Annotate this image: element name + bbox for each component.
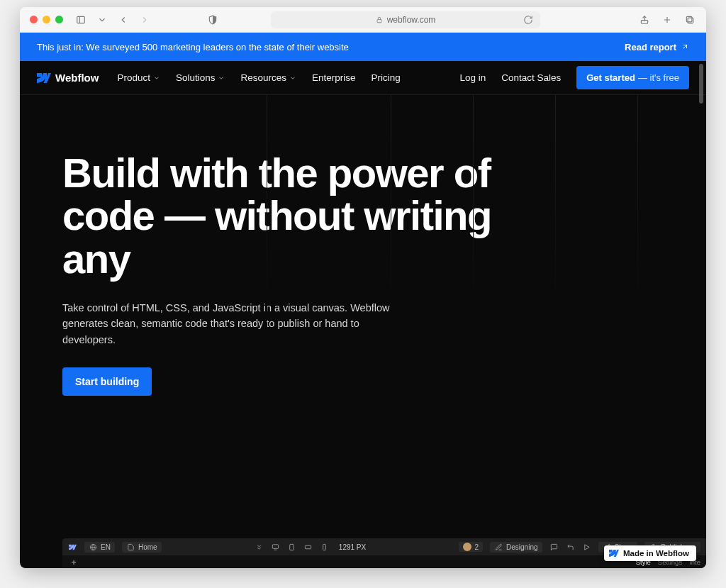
page-chip[interactable]: Home bbox=[122, 542, 162, 553]
nav-item-pricing[interactable]: Pricing bbox=[372, 72, 401, 83]
language-chip-label: EN bbox=[101, 543, 111, 551]
page-chip-label: Home bbox=[138, 543, 157, 551]
zoom-window-button[interactable] bbox=[55, 16, 63, 23]
svg-rect-13 bbox=[305, 545, 311, 549]
tabs-overview-icon[interactable] bbox=[683, 13, 696, 26]
get-started-button[interactable]: Get started — it's free bbox=[576, 66, 689, 89]
contact-sales-label: Contact Sales bbox=[501, 72, 561, 83]
chevron-down-icon bbox=[153, 74, 160, 82]
webflow-mark-icon[interactable] bbox=[68, 543, 77, 552]
chevron-down-icon[interactable] bbox=[96, 13, 108, 26]
svg-rect-6 bbox=[688, 18, 693, 23]
desktop-icon[interactable] bbox=[271, 543, 280, 552]
mobile-portrait-icon[interactable] bbox=[320, 543, 329, 552]
hero-title: Build with the power of code — without w… bbox=[62, 152, 502, 280]
svg-rect-10 bbox=[272, 544, 278, 548]
login-label: Log in bbox=[459, 72, 486, 83]
hero-subtitle: Take control of HTML, CSS, and JavaScrip… bbox=[62, 300, 403, 348]
svg-rect-14 bbox=[323, 544, 326, 550]
toolbar-left-group bbox=[74, 13, 151, 26]
site-nav: Webflow Product Solutions Resources Ente… bbox=[20, 61, 706, 95]
avatar bbox=[463, 543, 471, 551]
preview-play-icon[interactable] bbox=[582, 543, 591, 552]
address-bar[interactable]: webflow.com bbox=[271, 11, 540, 28]
tablet-icon[interactable] bbox=[287, 543, 296, 552]
mode-chip[interactable]: Designing bbox=[490, 542, 542, 553]
nav-item-resources[interactable]: Resources bbox=[240, 72, 296, 83]
browser-window: webflow.com This just in: We surveyed 50… bbox=[20, 7, 706, 568]
language-chip[interactable]: EN bbox=[84, 542, 115, 553]
svg-line-8 bbox=[683, 45, 687, 49]
arrow-up-right-icon bbox=[681, 43, 689, 51]
toolbar-right-group bbox=[638, 13, 696, 26]
get-started-label: Get started bbox=[586, 72, 635, 83]
svg-marker-15 bbox=[584, 544, 588, 549]
promo-banner-cta[interactable]: Read report bbox=[625, 42, 689, 52]
privacy-shield-icon[interactable] bbox=[206, 13, 219, 26]
comment-icon[interactable] bbox=[549, 543, 559, 552]
pencil-icon bbox=[494, 543, 503, 552]
svg-rect-12 bbox=[290, 544, 294, 550]
add-element-button[interactable]: + bbox=[68, 557, 79, 567]
back-button[interactable] bbox=[117, 13, 130, 26]
start-building-button[interactable]: Start building bbox=[62, 367, 152, 396]
svg-rect-0 bbox=[77, 16, 85, 23]
page-viewport: This just in: We surveyed 500 marketing … bbox=[20, 33, 706, 568]
svg-rect-7 bbox=[686, 16, 692, 22]
close-window-button[interactable] bbox=[30, 16, 38, 23]
contact-sales-link[interactable]: Contact Sales bbox=[501, 72, 561, 83]
promo-banner: This just in: We surveyed 500 marketing … bbox=[20, 33, 706, 61]
hero-section: Build with the power of code — without w… bbox=[20, 95, 706, 396]
nav-item-label: Product bbox=[117, 72, 150, 83]
globe-icon bbox=[89, 543, 98, 552]
collaborators-chip[interactable]: 2 bbox=[459, 542, 483, 552]
nav-item-label: Solutions bbox=[176, 72, 216, 83]
browser-toolbar: webflow.com bbox=[20, 7, 706, 33]
refresh-icon[interactable] bbox=[522, 13, 535, 26]
made-in-webflow-badge[interactable]: Made in Webflow bbox=[604, 545, 696, 561]
nav-item-product[interactable]: Product bbox=[117, 72, 160, 83]
svg-rect-2 bbox=[377, 19, 381, 22]
nav-item-label: Enterprise bbox=[312, 72, 356, 83]
webflow-logo-icon bbox=[37, 73, 51, 83]
canvas-width-readout: 1291 PX bbox=[339, 543, 366, 551]
mode-chip-label: Designing bbox=[506, 543, 537, 551]
nav-item-enterprise[interactable]: Enterprise bbox=[312, 72, 356, 83]
minimize-window-button[interactable] bbox=[43, 16, 50, 23]
webflow-logo-icon bbox=[609, 550, 619, 557]
undo-icon[interactable] bbox=[566, 543, 575, 552]
get-started-sublabel: — it's free bbox=[638, 72, 679, 83]
promo-banner-text: This just in: We surveyed 500 marketing … bbox=[37, 42, 349, 52]
breakpoint-expand-icon[interactable] bbox=[255, 543, 264, 552]
collaborators-count: 2 bbox=[474, 543, 479, 551]
login-link[interactable]: Log in bbox=[459, 72, 486, 83]
page-icon bbox=[126, 543, 135, 552]
brand-logo[interactable]: Webflow bbox=[37, 72, 99, 84]
lock-icon bbox=[376, 16, 383, 23]
window-controls bbox=[30, 16, 63, 23]
new-tab-icon[interactable] bbox=[661, 13, 674, 26]
promo-banner-cta-label: Read report bbox=[625, 42, 676, 52]
nav-item-solutions[interactable]: Solutions bbox=[176, 72, 225, 83]
made-in-webflow-label: Made in Webflow bbox=[623, 549, 689, 558]
url-host: webflow.com bbox=[387, 15, 436, 25]
share-icon[interactable] bbox=[638, 13, 651, 26]
nav-item-label: Resources bbox=[240, 72, 286, 83]
chevron-down-icon bbox=[218, 74, 225, 82]
mobile-landscape-icon[interactable] bbox=[303, 543, 313, 552]
chevron-down-icon bbox=[289, 74, 296, 82]
forward-button[interactable] bbox=[138, 13, 151, 26]
nav-item-label: Pricing bbox=[372, 72, 401, 83]
brand-name: Webflow bbox=[55, 72, 99, 84]
sidebar-toggle-icon[interactable] bbox=[74, 13, 87, 26]
